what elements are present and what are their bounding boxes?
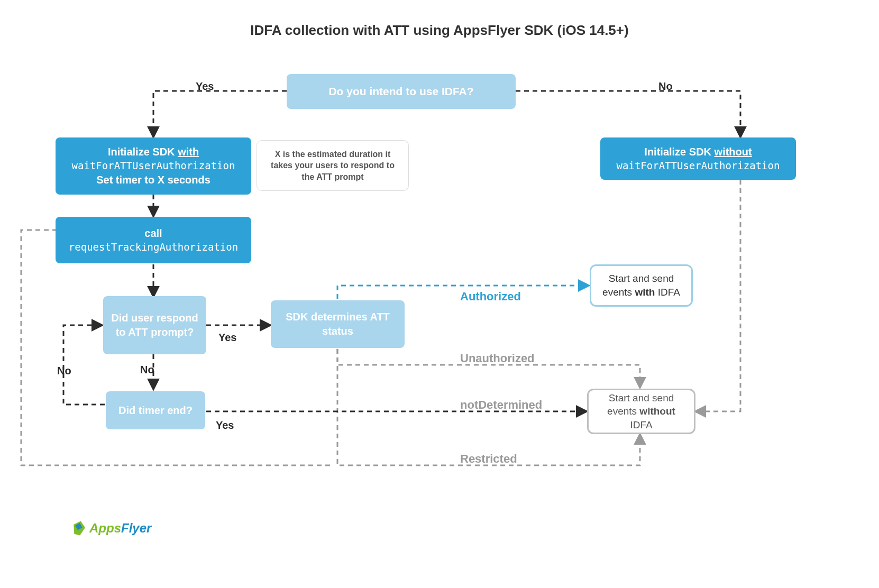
edge-label-notdetermined: notDetermined [460,398,542,412]
appsflyer-logo: AppsFlyer [71,521,151,536]
edge-label-yes-idfa: Yes [196,80,214,93]
diagram-title: IDFA collection with ATT using AppsFlyer… [0,22,879,39]
code: waitForATTUserAuthorization [617,159,780,173]
edge-label-restricted: Restricted [460,452,517,466]
node-result-without-idfa: Start and send events without IDFA [587,389,695,434]
edge-label-yes-timer: Yes [216,419,234,431]
text: Set timer to X seconds [96,173,210,187]
text: call [144,226,162,241]
edge-label-no-respond: No [140,364,154,376]
logo-text: AppsFlyer [89,521,151,536]
node-result-with-idfa: Start and send events with IDFA [590,264,693,307]
node-sdk-status: SDK determines ATT status [271,300,405,348]
code: requestTrackingAuthorization [69,241,238,254]
edge-label-yes-respond: Yes [218,332,236,344]
edge-label-unauthorized: Unauthorized [460,352,535,365]
node-call-request: call requestTrackingAuthorization [56,217,251,263]
node-question-use-idfa: Do you intend to use IDFA? [287,74,516,109]
node-question-timer-end: Did timer end? [106,391,205,429]
edge-label-no-idfa: No [658,80,673,93]
text: Start and send events with IDFA [598,272,685,299]
text: Initialize SDK without [644,145,752,159]
edge-label-authorized: Authorized [460,290,521,304]
edge-label-no-timer: No [57,365,71,377]
node-note-x: X is the estimated duration it takes you… [257,140,409,191]
node-init-with: Initialize SDK with waitForATTUserAuthor… [56,137,251,195]
node-question-user-respond: Did user respond to ATT prompt? [103,296,206,354]
appsflyer-logo-icon [70,519,88,537]
node-init-without: Initialize SDK without waitForATTUserAut… [600,137,796,180]
text: Start and send events without IDFA [595,391,688,432]
text: Initialize SDK with [108,145,199,159]
code: waitForATTUserAuthorization [72,159,235,173]
